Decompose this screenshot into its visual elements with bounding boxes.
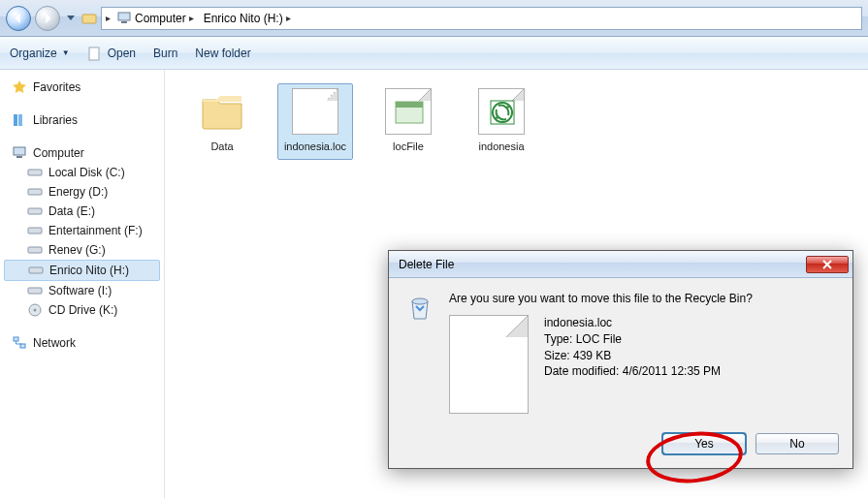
open-button[interactable]: Open	[87, 46, 136, 61]
arrow-left-icon	[12, 12, 25, 25]
sidebar-item-label: Renev (G:)	[48, 243, 106, 257]
history-dropdown[interactable]	[64, 8, 78, 29]
svg-rect-14	[28, 288, 42, 294]
file-item-selected[interactable]: indonesia.loc	[277, 83, 353, 160]
svg-rect-5	[18, 114, 22, 126]
cd-drive-icon	[27, 302, 43, 318]
sidebar-drive-f[interactable]: Entertainment (F:)	[4, 221, 160, 240]
dialog-titlebar[interactable]: Delete File	[389, 251, 852, 278]
file-thumbnail	[449, 315, 529, 414]
forward-button[interactable]	[35, 6, 60, 31]
file-item[interactable]: locFile	[370, 83, 446, 160]
organize-label: Organize	[10, 47, 57, 60]
svg-rect-21	[491, 101, 514, 124]
svg-rect-7	[16, 156, 22, 158]
svg-rect-18	[20, 344, 25, 348]
computer-icon	[116, 11, 132, 26]
sidebar-favorites[interactable]: Favorites	[4, 78, 160, 97]
arrow-right-icon	[41, 12, 54, 25]
file-icon	[385, 88, 432, 135]
open-icon	[87, 46, 103, 61]
svg-rect-6	[14, 147, 25, 155]
drive-icon	[27, 283, 43, 298]
drive-icon	[28, 263, 44, 278]
burn-button[interactable]: Burn	[153, 47, 177, 60]
svg-rect-17	[14, 337, 18, 341]
dialog-filemodified: Date modified: 4/6/2011 12:35 PM	[544, 363, 721, 380]
svg-rect-13	[29, 267, 43, 273]
drive-icon	[27, 184, 43, 200]
dialog-title: Delete File	[399, 258, 454, 271]
close-button[interactable]	[806, 256, 849, 273]
sidebar-item-label: Software (I:)	[48, 284, 112, 297]
sidebar-drive-k[interactable]: CD Drive (K:)	[4, 300, 160, 320]
sidebar-item-label: Enrico Nito (H:)	[49, 264, 129, 277]
star-icon	[12, 79, 27, 95]
drive-icon	[27, 165, 43, 180]
burn-label: Burn	[153, 47, 177, 60]
crumb-drive[interactable]: Enrico Nito (H:) ▸	[200, 8, 295, 29]
file-item[interactable]: indonesia	[464, 83, 539, 160]
svg-rect-1	[118, 13, 130, 20]
breadcrumb[interactable]: ▸ Computer ▸ Enrico Nito (H:) ▸	[101, 7, 862, 30]
newfolder-label: New folder	[195, 47, 250, 60]
sidebar-drive-e[interactable]: Data (E:)	[4, 202, 160, 221]
folder-path-icon	[81, 11, 97, 26]
sidebar-drive-c[interactable]: Local Disk (C:)	[4, 163, 160, 182]
file-label: indonesia	[466, 140, 536, 153]
folder-icon	[199, 88, 245, 135]
file-label: locFile	[373, 140, 443, 153]
dialog-filesize: Size: 439 KB	[544, 348, 721, 364]
no-button[interactable]: No	[755, 433, 839, 454]
sidebar-drive-g[interactable]: Renev (G:)	[4, 240, 160, 260]
file-label: Data	[187, 140, 257, 153]
dialog-buttons: Yes No	[389, 425, 852, 468]
svg-rect-11	[28, 228, 42, 234]
organize-menu[interactable]: Organize ▼	[10, 47, 70, 60]
delete-dialog: Delete File Are you sure you want to mov…	[388, 250, 853, 469]
sidebar-item-label: Data (E:)	[48, 204, 95, 218]
chevron-right-icon: ▸	[286, 13, 291, 23]
svg-point-22	[412, 298, 428, 304]
sidebar-item-label: Libraries	[33, 113, 78, 127]
sidebar-item-label: Entertainment (F:)	[48, 224, 143, 237]
svg-rect-9	[28, 189, 42, 195]
dialog-filename: indonesia.loc	[544, 315, 721, 331]
sidebar-drive-i[interactable]: Software (I:)	[4, 281, 160, 300]
sidebar-computer[interactable]: Computer	[4, 143, 160, 163]
sidebar-item-label: Computer	[33, 146, 84, 160]
svg-rect-20	[396, 102, 423, 108]
network-icon	[12, 335, 27, 351]
yes-button[interactable]: Yes	[662, 433, 746, 454]
sidebar-drive-d[interactable]: Energy (D:)	[4, 182, 160, 202]
sidebar-item-label: Network	[33, 336, 76, 350]
svg-rect-10	[28, 208, 42, 214]
svg-rect-2	[121, 21, 127, 23]
svg-point-16	[34, 309, 37, 312]
sidebar-network[interactable]: Network	[4, 333, 160, 353]
sidebar-item-label: Energy (D:)	[48, 185, 108, 199]
sidebar-libraries[interactable]: Libraries	[4, 110, 160, 130]
libraries-icon	[12, 112, 27, 128]
file-item-folder[interactable]: Data	[184, 83, 260, 160]
chevron-down-icon	[67, 16, 75, 20]
address-bar: ▸ Computer ▸ Enrico Nito (H:) ▸	[0, 0, 868, 37]
crumb-computer[interactable]: Computer ▸	[113, 8, 198, 29]
crumb-label: Enrico Nito (H:)	[204, 12, 283, 25]
computer-icon	[12, 145, 27, 161]
sidebar-drive-h[interactable]: Enrico Nito (H:)	[4, 260, 160, 281]
sidebar-item-label: Local Disk (C:)	[48, 166, 125, 179]
newfolder-button[interactable]: New folder	[195, 47, 250, 60]
back-button[interactable]	[6, 6, 31, 31]
svg-rect-3	[89, 47, 99, 60]
chevron-right-icon: ▸	[189, 13, 194, 23]
drive-icon	[27, 223, 43, 238]
chevron-down-icon: ▼	[62, 48, 70, 57]
dialog-question: Are you sure you want to move this file …	[449, 292, 837, 305]
navigation-pane: Favorites Libraries Computer Local Disk …	[0, 70, 165, 499]
recycle-bin-icon	[404, 292, 435, 323]
open-label: Open	[108, 47, 136, 60]
close-icon	[822, 260, 832, 269]
svg-rect-8	[28, 170, 42, 175]
drive-icon	[27, 242, 43, 258]
